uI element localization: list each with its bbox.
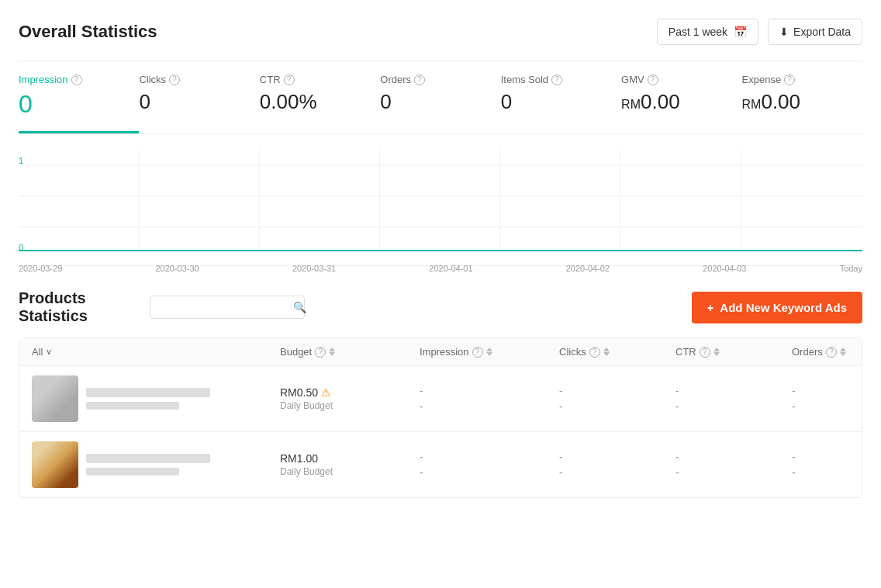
col-header-impression[interactable]: Impression ? (420, 346, 559, 358)
search-bar[interactable]: 🔍 (150, 296, 305, 319)
clicks-help-icon[interactable]: ? (169, 74, 180, 85)
add-keyword-button[interactable]: + Add New Keyword Ads (692, 292, 862, 323)
impression-val-1b: - (420, 400, 559, 413)
product-cell-1 (32, 375, 280, 422)
product-name-blur-2b (86, 468, 179, 476)
col-header-clicks[interactable]: Clicks ? (559, 346, 675, 358)
calendar-icon: 📅 (734, 26, 747, 38)
stat-orders[interactable]: Orders ? 0 (380, 74, 500, 133)
search-input[interactable] (158, 302, 288, 313)
table-row: RM1.00 Daily Budget - - - - - - - (19, 432, 862, 497)
add-keyword-label: Add New Keyword Ads (720, 301, 847, 314)
chart-label-1: 2020-03-29 (19, 264, 62, 273)
sort-down-icon (329, 352, 335, 356)
product-thumbnail-1 (32, 375, 78, 422)
ctr-val-2: - (675, 451, 792, 463)
impression-value: 0 (19, 90, 126, 119)
clicks-label: Clicks (139, 74, 166, 85)
impression-col-help-icon[interactable]: ? (472, 347, 483, 358)
chart-svg: 1 0 (19, 150, 862, 258)
date-filter-label: Past 1 week (669, 26, 727, 38)
ctr-col-label: CTR (675, 346, 696, 358)
search-icon: 🔍 (293, 301, 306, 313)
ctr-sort-icon[interactable] (713, 348, 720, 356)
gmv-value: RM0.00 (621, 90, 729, 114)
orders-sort-icon[interactable] (840, 348, 846, 356)
products-table: All ∨ Budget ? Impression ? (19, 337, 862, 498)
chart-label-5: 2020-04-02 (566, 264, 610, 273)
budget-help-icon[interactable]: ? (315, 347, 326, 358)
export-button[interactable]: ⬇ Export Data (768, 19, 862, 45)
clicks-sort-icon[interactable] (603, 348, 610, 356)
stat-impression[interactable]: Impression ? 0 (19, 74, 139, 133)
date-filter-button[interactable]: Past 1 week 📅 (657, 19, 758, 45)
expense-label: Expense (742, 74, 782, 85)
budget-label-1: Daily Budget (280, 400, 420, 411)
clicks-val-2: - (559, 451, 675, 463)
chart-label-4: 2020-04-01 (429, 264, 472, 273)
sort-up-icon (840, 348, 846, 351)
table-row: RM0.50 ⚠ Daily Budget - - - - - - (19, 366, 862, 432)
chart-label-3: 2020-03-31 (292, 264, 336, 273)
budget-label-2: Daily Budget (280, 466, 420, 477)
items-sold-help-icon[interactable]: ? (551, 74, 562, 85)
products-header: Products Statistics 🔍 + Add New Keyword … (19, 289, 862, 325)
orders-col-help-icon[interactable]: ? (826, 347, 837, 358)
ctr-label: CTR (260, 74, 281, 85)
header-controls: Past 1 week 📅 ⬇ Export Data (657, 19, 862, 45)
chevron-down-icon: ∨ (46, 347, 52, 357)
sort-down-icon (486, 352, 492, 356)
clicks-cell-2: - - (559, 451, 675, 479)
orders-col-label: Orders (792, 346, 823, 358)
ctr-val-1b: - (675, 400, 792, 413)
impression-cell-2: - - (420, 451, 559, 479)
stat-expense[interactable]: Expense ? RM0.00 (742, 74, 862, 133)
col-header-ctr[interactable]: CTR ? (675, 346, 792, 358)
ctr-col-help-icon[interactable]: ? (700, 347, 710, 358)
ctr-cell-1: - - (675, 385, 792, 413)
products-controls: 🔍 + Add New Keyword Ads (150, 292, 862, 323)
product-thumbnail-2 (32, 441, 78, 488)
items-sold-value: 0 (501, 90, 609, 114)
col-header-all[interactable]: All ∨ (32, 346, 280, 358)
gmv-help-icon[interactable]: ? (648, 74, 658, 85)
ctr-val-1: - (675, 385, 792, 397)
stat-gmv[interactable]: GMV ? RM0.00 (621, 74, 741, 133)
ctr-val-2b: - (675, 466, 792, 479)
orders-val-1b: - (792, 400, 881, 413)
impression-help-icon[interactable]: ? (71, 74, 82, 85)
expense-help-icon[interactable]: ? (784, 74, 795, 85)
orders-help-icon[interactable]: ? (414, 74, 425, 85)
orders-cell-1: - - (792, 385, 881, 413)
stat-ctr[interactable]: CTR ? 0.00% (260, 74, 380, 133)
stat-clicks[interactable]: Clicks ? 0 (139, 74, 259, 133)
product-cell-2 (32, 441, 280, 488)
stat-items-sold[interactable]: Items Sold ? 0 (501, 74, 621, 133)
clicks-col-help-icon[interactable]: ? (589, 347, 600, 358)
orders-label: Orders (380, 74, 411, 85)
export-label: Export Data (793, 26, 851, 38)
table-header: All ∨ Budget ? Impression ? (19, 338, 862, 366)
overall-statistics-title: Overall Statistics (19, 22, 157, 42)
overall-statistics-header: Overall Statistics Past 1 week 📅 ⬇ Expor… (19, 19, 862, 45)
col-header-budget[interactable]: Budget ? (280, 346, 420, 358)
ctr-help-icon[interactable]: ? (284, 74, 295, 85)
impression-val-1: - (420, 385, 559, 397)
clicks-val-2b: - (559, 466, 675, 479)
budget-sort-icon[interactable] (329, 348, 335, 356)
impression-val-2: - (420, 451, 559, 463)
impression-sort-icon[interactable] (486, 348, 492, 356)
chart-x-labels: 2020-03-29 2020-03-30 2020-03-31 2020-04… (19, 261, 862, 273)
chart-container: 1 0 2020-03-29 2020-03-30 2020-03-31 202… (19, 134, 862, 266)
clicks-val-1b: - (559, 400, 675, 413)
chart-label-2: 2020-03-30 (155, 264, 199, 273)
clicks-value: 0 (139, 90, 247, 114)
sort-up-icon (713, 348, 720, 351)
budget-value-2: RM1.00 (280, 452, 318, 465)
impression-cell-1: - - (420, 385, 559, 413)
thumbnail-image-2 (32, 441, 78, 488)
page: Overall Statistics Past 1 week 📅 ⬇ Expor… (0, 0, 881, 588)
orders-val-2b: - (792, 466, 881, 479)
product-info-2 (86, 454, 210, 476)
col-header-orders[interactable]: Orders ? (792, 346, 881, 358)
